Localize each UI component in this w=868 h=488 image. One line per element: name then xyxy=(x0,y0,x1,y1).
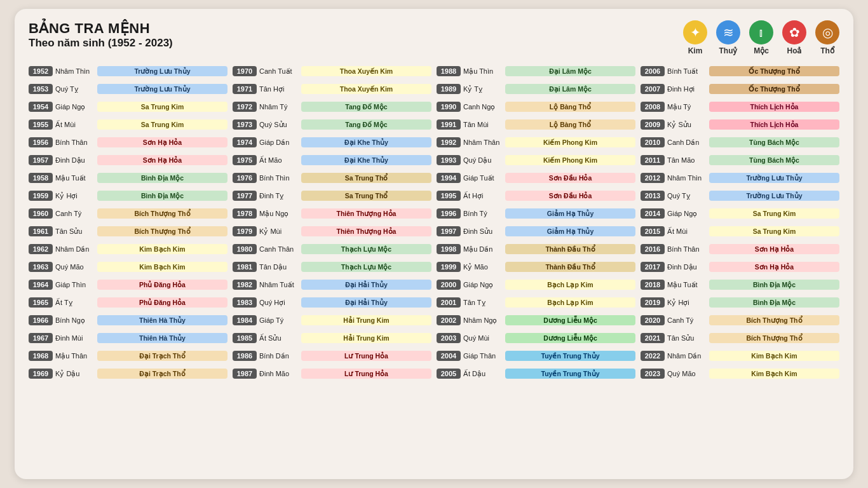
table-row: 1985 Ất Sửu Hải Trung Kim xyxy=(233,330,431,346)
table-row: 1998 Mậu Dần Thành Đầu Thổ xyxy=(437,241,635,257)
table-row: 1961 Tân Sửu Bích Thượng Thổ xyxy=(29,223,227,240)
menh-badge: Trường Lưu Thủy xyxy=(709,173,839,183)
menh-badge: Bích Thượng Thổ xyxy=(709,333,839,343)
year-badge: 1999 xyxy=(437,262,461,272)
year-badge: 1977 xyxy=(233,191,257,201)
year-badge: 2008 xyxy=(641,102,665,112)
menh-badge: Sa Trung Thổ xyxy=(301,173,431,183)
can-chi: Quý Hợi xyxy=(259,299,299,307)
legend-label-hoả: Hoả xyxy=(787,46,802,55)
can-chi: Mậu Thìn xyxy=(463,67,503,76)
year-badge: 1973 xyxy=(233,119,257,130)
can-chi: Giáp Ngọ xyxy=(55,103,95,111)
year-badge: 1970 xyxy=(233,66,257,76)
table-row: 1988 Mậu Thìn Đại Lâm Mộc xyxy=(437,63,635,79)
can-chi: Giáp Tý xyxy=(259,316,299,324)
can-chi: Kỷ Sửu xyxy=(667,121,707,129)
menh-badge: Bình Địa Mộc xyxy=(97,191,227,201)
menh-badge: Tang Đố Mộc xyxy=(301,119,431,130)
can-chi: Tân Tỵ xyxy=(463,299,503,307)
can-chi: Nhâm Thìn xyxy=(667,174,707,182)
table-row: 1969 Kỷ Dậu Đại Trạch Thổ xyxy=(29,365,227,382)
year-badge: 1963 xyxy=(29,262,53,272)
menh-badge: Lư Trung Hỏa xyxy=(301,351,431,361)
year-badge: 1989 xyxy=(437,84,461,94)
menh-badge: Kim Bạch Kim xyxy=(97,244,227,254)
menh-badge: Thích Lịch Hỏa xyxy=(709,119,839,130)
can-chi: Bính Tuất xyxy=(667,67,707,76)
can-chi: Mậu Thân xyxy=(55,352,95,360)
menh-badge: Bạch Lạp Kim xyxy=(505,297,635,308)
year-badge: 2004 xyxy=(437,351,461,361)
legend: ✦ Kim ≋ Thuỷ ⫾ Mộc ✿ Hoả ◎ Thổ xyxy=(683,20,839,55)
table-row: 1962 Nhâm Dần Kim Bạch Kim xyxy=(29,241,227,257)
can-chi: Đinh Sửu xyxy=(463,227,503,236)
can-chi: Bính Thân xyxy=(667,245,707,253)
can-chi: Canh Dần xyxy=(667,139,707,147)
table-row: 2023 Quý Mão Kim Bạch Kim xyxy=(641,365,839,382)
can-chi: Tân Sửu xyxy=(667,334,707,342)
year-badge: 2015 xyxy=(641,226,665,236)
table-row: 1958 Mậu Tuất Bình Địa Mộc xyxy=(29,170,227,186)
can-chi: Ất Tỵ xyxy=(55,299,95,307)
table-row: 2006 Bính Tuất Ốc Thượng Thổ xyxy=(641,63,839,79)
menh-badge: Sơn Đầu Hỏa xyxy=(505,173,635,183)
menh-badge: Bình Địa Mộc xyxy=(97,173,227,183)
menh-badge: Thạch Lựu Mộc xyxy=(301,244,431,254)
menh-badge: Thành Đầu Thổ xyxy=(505,244,635,254)
title-block: BẢNG TRA MỆNH Theo năm sinh (1952 - 2023… xyxy=(29,20,173,50)
can-chi: Giáp Thìn xyxy=(55,281,95,288)
menh-badge: Sơn Hạ Hỏa xyxy=(709,244,839,254)
can-chi: Canh Tý xyxy=(55,210,95,217)
year-badge: 1966 xyxy=(29,315,53,325)
can-chi: Tân Mùi xyxy=(463,121,503,128)
legend-label-mộc: Mộc xyxy=(754,46,769,55)
can-chi: Bính Ngọ xyxy=(55,316,95,325)
year-badge: 2018 xyxy=(641,280,665,290)
year-badge: 2023 xyxy=(641,369,665,379)
legend-icon-hoả: ✿ xyxy=(782,20,806,44)
year-badge: 1994 xyxy=(437,173,461,183)
menh-badge: Đại Lâm Mộc xyxy=(505,66,635,76)
menh-badge: Sa Trung Kim xyxy=(709,226,839,236)
year-badge: 2006 xyxy=(641,66,665,76)
table-row: 1952 Nhâm Thìn Trường Lưu Thủy xyxy=(29,63,227,79)
col-section-1: 1970 Canh Tuất Thoa Xuyến Kim 1971 Tân H… xyxy=(233,63,431,382)
table-row: 1977 Đinh Tỵ Sa Trung Thổ xyxy=(233,187,431,204)
legend-label-kim: Kim xyxy=(688,46,703,55)
table-row: 2005 Ất Dậu Tuyền Trung Thủy xyxy=(437,365,635,382)
can-chi: Đinh Hợi xyxy=(667,85,707,93)
year-badge: 1956 xyxy=(29,137,53,147)
table-row: 1995 Ất Hợi Sơn Đầu Hỏa xyxy=(437,187,635,204)
menh-badge: Thoa Xuyến Kim xyxy=(301,66,431,76)
menh-badge: Thiên Thượng Hỏa xyxy=(301,226,431,236)
year-badge: 1959 xyxy=(29,191,53,201)
can-chi: Kỷ Hợi xyxy=(55,192,95,200)
year-badge: 2000 xyxy=(437,280,461,290)
can-chi: Bính Tý xyxy=(463,210,503,217)
year-badge: 1979 xyxy=(233,226,257,236)
year-badge: 1992 xyxy=(437,137,461,147)
can-chi: Quý Mão xyxy=(55,263,95,271)
can-chi: Đinh Dậu xyxy=(667,263,707,271)
table-row: 2017 Đinh Dậu Sơn Hạ Hỏa xyxy=(641,259,839,275)
table-row: 1973 Quý Sửu Tang Đố Mộc xyxy=(233,116,431,133)
menh-badge: Thiên Hà Thủy xyxy=(97,333,227,343)
menh-badge: Sơn Hạ Hỏa xyxy=(709,262,839,272)
year-badge: 1980 xyxy=(233,244,257,254)
year-badge: 2012 xyxy=(641,173,665,183)
year-badge: 1972 xyxy=(233,102,257,112)
menh-badge: Bình Địa Mộc xyxy=(709,297,839,308)
can-chi: Quý Tỵ xyxy=(55,85,95,93)
table-row: 1967 Đinh Mùi Thiên Hà Thủy xyxy=(29,330,227,346)
table-row: 1983 Quý Hợi Đại Hải Thủy xyxy=(233,294,431,311)
can-chi: Giáp Tuất xyxy=(463,174,503,182)
year-badge: 1952 xyxy=(29,66,53,76)
menh-badge: Lộ Bàng Thổ xyxy=(505,119,635,130)
menh-badge: Ốc Thượng Thổ xyxy=(709,84,839,94)
table-row: 1978 Mậu Ngọ Thiên Thượng Hỏa xyxy=(233,205,431,222)
legend-label-thuỷ: Thuỷ xyxy=(719,46,738,55)
year-badge: 2013 xyxy=(641,191,665,201)
table-row: 1959 Kỷ Hợi Bình Địa Mộc xyxy=(29,187,227,204)
menh-badge: Bích Thượng Thổ xyxy=(97,208,227,219)
